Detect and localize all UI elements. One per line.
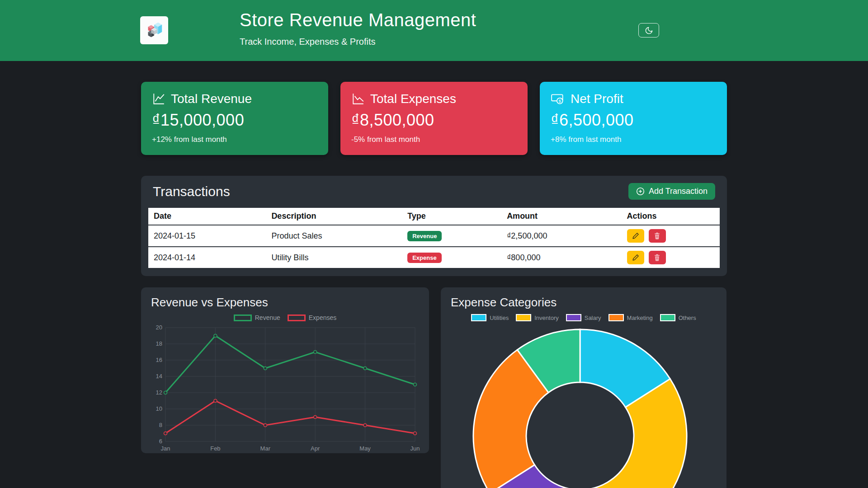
- stat-card-total-revenue: Total Revenue ₫15,000,000 +12% from last…: [141, 82, 328, 155]
- moon-icon: [645, 26, 653, 35]
- theme-toggle-button[interactable]: [638, 23, 659, 38]
- legend-item[interactable]: Utilities: [471, 314, 509, 321]
- trash-icon: [654, 232, 660, 239]
- legend-label: Revenue: [255, 314, 280, 321]
- svg-text:Apr: Apr: [311, 445, 320, 452]
- revenue-expenses-chart-card: Revenue vs Expenses RevenueExpenses 6810…: [141, 287, 429, 453]
- svg-text:14: 14: [156, 373, 162, 380]
- legend-item[interactable]: Revenue: [234, 314, 280, 321]
- chart-line-up-icon: [152, 92, 165, 106]
- svg-text:$: $: [559, 99, 561, 103]
- type-badge: Revenue: [407, 231, 442, 241]
- cell-actions: [622, 247, 720, 268]
- legend-label: Utilities: [490, 314, 509, 321]
- svg-text:Feb: Feb: [210, 445, 220, 452]
- stats-row: Total Revenue ₫15,000,000 +12% from last…: [141, 82, 727, 155]
- stat-card-total-expenses: Total Expenses ₫8,500,000 -5% from last …: [340, 82, 528, 155]
- cell-date: 2024-01-14: [148, 247, 266, 268]
- legend-label: Others: [679, 314, 696, 321]
- svg-text:10: 10: [156, 405, 162, 412]
- legend-swatch: [609, 314, 624, 321]
- cell-amount: ₫800,000: [501, 247, 621, 268]
- legend-swatch: [660, 314, 675, 321]
- legend-item[interactable]: Marketing: [609, 314, 653, 321]
- add-transaction-button[interactable]: Add Transaction: [628, 183, 715, 200]
- cash-icon: $: [551, 92, 565, 106]
- column-header: Amount: [501, 208, 621, 225]
- legend-swatch: [566, 314, 581, 321]
- donut-chart: [449, 323, 718, 488]
- column-header: Description: [266, 208, 402, 225]
- pencil-icon: [632, 254, 639, 261]
- cell-amount: ₫2,500,000: [501, 225, 621, 247]
- page-subtitle: Track Income, Expenses & Profits: [240, 37, 476, 47]
- edit-button[interactable]: [627, 229, 644, 243]
- svg-text:16: 16: [156, 357, 162, 363]
- expense-categories-chart-card: Expense Categories UtilitiesInventorySal…: [441, 287, 726, 488]
- trash-icon: [654, 254, 660, 261]
- legend-swatch: [234, 314, 252, 321]
- main-content: Total Revenue ₫15,000,000 +12% from last…: [141, 82, 727, 488]
- svg-text:May: May: [359, 445, 371, 452]
- stat-label: Net Profit: [571, 92, 623, 106]
- legend-swatch: [471, 314, 486, 321]
- line-chart: 68101214161820JanFebMarAprMayJun: [149, 323, 420, 453]
- line-chart-title: Revenue vs Expenses: [151, 296, 421, 310]
- pencil-icon: [632, 232, 639, 239]
- add-transaction-label: Add Transaction: [649, 187, 708, 196]
- column-header: Type: [402, 208, 501, 225]
- cell-type: Revenue: [402, 225, 501, 247]
- table-header-row: DateDescriptionTypeAmountActions: [148, 208, 720, 225]
- cube-logo-icon: [144, 20, 165, 41]
- svg-text:20: 20: [156, 324, 162, 331]
- legend-item[interactable]: Others: [660, 314, 696, 321]
- table-row: 2024-01-15Product SalesRevenue₫2,500,000: [148, 225, 720, 247]
- cell-type: Expense: [402, 247, 501, 268]
- chart-line-down-icon: [351, 92, 365, 106]
- stat-value: ₫8,500,000: [351, 111, 517, 130]
- charts-row: Revenue vs Expenses RevenueExpenses 6810…: [141, 287, 727, 488]
- edit-button[interactable]: [627, 251, 644, 264]
- stat-note: -5% from last month: [351, 135, 517, 144]
- delete-button[interactable]: [649, 229, 666, 243]
- column-header: Actions: [622, 208, 720, 225]
- delete-button[interactable]: [649, 251, 666, 264]
- column-header: Date: [148, 208, 266, 225]
- svg-text:Jan: Jan: [161, 445, 170, 452]
- stat-value: ₫15,000,000: [152, 111, 317, 130]
- app-logo: [140, 16, 168, 44]
- cell-description: Product Sales: [266, 225, 402, 247]
- legend-label: Salary: [585, 314, 601, 321]
- svg-text:6: 6: [159, 438, 162, 445]
- legend-item[interactable]: Salary: [566, 314, 601, 321]
- type-badge: Expense: [407, 253, 441, 263]
- page-title: Store Revenue Management: [240, 10, 476, 30]
- legend-label: Expenses: [309, 314, 336, 321]
- donut-chart-legend: UtilitiesInventorySalaryMarketingOthers: [449, 314, 718, 321]
- legend-item[interactable]: Expenses: [288, 314, 336, 321]
- svg-text:Mar: Mar: [260, 445, 271, 452]
- legend-swatch: [516, 314, 531, 321]
- transactions-title: Transactions: [153, 184, 230, 199]
- legend-label: Inventory: [534, 314, 558, 321]
- legend-swatch: [288, 314, 306, 321]
- cell-actions: [622, 225, 720, 247]
- stat-note: +12% from last month: [152, 135, 317, 144]
- legend-item[interactable]: Inventory: [516, 314, 558, 321]
- stat-label: Total Revenue: [171, 92, 252, 106]
- cell-date: 2024-01-15: [148, 225, 266, 247]
- cell-description: Utility Bills: [266, 247, 402, 268]
- legend-label: Marketing: [627, 314, 653, 321]
- stat-note: +8% from last month: [551, 135, 716, 144]
- app-header: Store Revenue Management Track Income, E…: [0, 0, 868, 61]
- svg-text:12: 12: [156, 389, 162, 396]
- svg-text:Jun: Jun: [410, 445, 420, 452]
- transactions-table: DateDescriptionTypeAmountActions 2024-01…: [148, 208, 720, 268]
- stat-value: ₫6,500,000: [551, 111, 716, 130]
- svg-text:18: 18: [156, 340, 162, 347]
- plus-circle-icon: [636, 187, 645, 196]
- svg-text:8: 8: [159, 422, 162, 428]
- stat-card-net-profit: $ Net Profit ₫6,500,000 +8% from last mo…: [540, 82, 727, 155]
- transactions-panel: Transactions Add Transaction DateDescrip…: [141, 176, 727, 276]
- line-chart-legend: RevenueExpenses: [149, 314, 421, 321]
